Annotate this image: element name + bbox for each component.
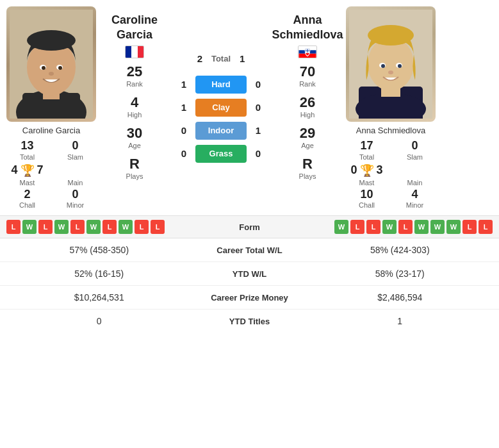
left-flag: [125, 46, 144, 58]
left-center-name: CarolineGarcia: [111, 13, 158, 43]
slovakia-flag: [298, 46, 317, 58]
right-center-name: AnnaSchmiedlova: [272, 13, 343, 43]
left-mast-label-cell: Mast: [6, 179, 48, 187]
svg-point-8: [42, 66, 45, 70]
hard-left-count: 1: [177, 79, 190, 90]
left-age-label: Age: [127, 142, 142, 149]
stats-left-value: $10,264,531: [13, 292, 186, 303]
left-rank-label: Rank: [126, 80, 143, 88]
total-row: 2 Total 1: [176, 53, 266, 64]
clay-badge: Clay: [195, 99, 247, 117]
stats-left-value: 52% (16-15): [13, 269, 186, 279]
left-main-label: Main: [54, 179, 96, 187]
form-badge-left: L: [135, 220, 149, 234]
left-total-cell: 13 Total: [6, 139, 48, 161]
left-chall-cell: 2 Chall: [6, 188, 48, 210]
grass-left-count: 0: [177, 148, 190, 159]
main-container: Caroline Garcia 13 Total 0 Slam 4 🏆 7 Ma: [0, 0, 499, 333]
stats-center-label: YTD W/L: [186, 269, 314, 279]
stats-right-value: 58% (424-303): [314, 245, 487, 255]
stats-table-row: $10,264,531Career Prize Money$2,486,594: [0, 286, 499, 310]
clay-right-count: 0: [252, 102, 265, 113]
right-total-number: 17: [346, 139, 388, 153]
flag-red: [138, 46, 143, 58]
left-slam-label: Slam: [54, 153, 96, 161]
stats-center-label: Career Prize Money: [186, 293, 314, 303]
total-left-count: 2: [193, 53, 206, 64]
form-row: LWLWLWLWLL Form WLLWLWWWLL: [0, 216, 499, 238]
right-chall-cell: 10 Chall: [346, 188, 388, 210]
right-middle-panel: AnnaSchmiedlova 70: [269, 6, 346, 209]
form-badge-right: L: [462, 220, 477, 234]
surface-row-clay: 1 Clay 0: [176, 99, 266, 117]
stats-left-value: 57% (458-350): [13, 245, 186, 255]
right-player-name-label: Anna Schmiedlova: [356, 126, 425, 135]
right-rank-number: 70: [299, 63, 316, 80]
form-badge-right: W: [382, 220, 397, 234]
left-minor-number: 0: [54, 188, 96, 202]
left-player-avatar: [10, 10, 93, 119]
right-plays-letter: R: [299, 156, 316, 172]
left-player-card: Caroline Garcia 13 Total 0 Slam 4 🏆 7 Ma: [6, 6, 96, 209]
form-badge-right: W: [446, 220, 461, 234]
form-badge-right: W: [334, 220, 348, 234]
svg-point-24: [398, 64, 402, 68]
right-age-number: 29: [300, 125, 315, 142]
form-badge-left: L: [70, 220, 85, 234]
grass-right-count: 0: [252, 148, 265, 159]
right-mast-label: Mast: [346, 179, 388, 187]
right-mast-number: 0: [350, 163, 357, 178]
svg-point-5: [27, 30, 76, 51]
left-trophy-icon: 🏆: [20, 163, 35, 178]
stats-table-row: 57% (458-350)Career Total W/L58% (424-30…: [0, 238, 499, 262]
right-age-item: 29 Age: [300, 125, 315, 149]
france-flag: [125, 46, 144, 58]
right-trophy-icon: 🏆: [360, 163, 374, 178]
left-mast-label: Mast: [6, 179, 48, 187]
left-chall-label: Chall: [6, 201, 48, 209]
right-minor-number: 4: [394, 188, 436, 202]
hard-badge: Hard: [195, 76, 247, 94]
form-center-label: Form: [211, 222, 288, 232]
stats-right-value: $2,486,594: [314, 292, 487, 303]
left-form-badges: LWLWLWLWLL: [6, 220, 211, 234]
right-flag: [298, 46, 317, 58]
form-badge-left: L: [6, 220, 20, 234]
right-main-label: Main: [394, 179, 436, 187]
left-chall-number: 2: [6, 188, 48, 202]
stats-rows: 57% (458-350)Career Total W/L58% (424-30…: [0, 238, 499, 333]
surface-row-grass: 0 Grass 0: [176, 145, 266, 163]
stats-table-row: 52% (16-15)YTD W/L58% (23-17): [0, 262, 499, 286]
form-badge-left: L: [102, 220, 117, 234]
form-badge-right: L: [350, 220, 364, 234]
form-badge-left: W: [86, 220, 101, 234]
hard-right-count: 0: [252, 79, 265, 90]
right-minor-cell: 4 Minor: [394, 188, 436, 210]
left-minor-cell: 0 Minor: [54, 188, 96, 210]
indoor-right-count: 1: [252, 125, 265, 136]
bottom-section: LWLWLWLWLL Form WLLWLWWWLL 57% (458-350)…: [0, 215, 499, 333]
right-plays-item: R Plays: [299, 156, 316, 180]
left-total-number: 13: [6, 139, 48, 153]
right-high-label: High: [300, 111, 315, 119]
form-badge-left: L: [151, 220, 165, 234]
indoor-left-count: 0: [177, 125, 190, 136]
right-plays-label: Plays: [299, 172, 316, 180]
left-player-stats: 13 Total 0 Slam 4 🏆 7 Mast Main: [6, 139, 96, 209]
right-rank-item: 70 Rank: [299, 63, 316, 88]
right-slam-label: Slam: [394, 153, 436, 161]
left-total-label: Total: [6, 153, 48, 161]
stats-right-value: 58% (23-17): [314, 269, 487, 279]
left-high-item: 4 High: [127, 94, 142, 119]
form-badge-left: L: [38, 220, 53, 234]
left-slam-cell: 0 Slam: [54, 139, 96, 161]
left-high-number: 4: [127, 94, 142, 111]
left-player-name-label: Caroline Garcia: [22, 126, 80, 135]
form-badge-left: W: [54, 220, 69, 234]
right-rank-label: Rank: [299, 80, 316, 88]
surfaces-panel: 2 Total 1 1 Hard 0 1 Clay 0 0 Indoor 1: [173, 6, 269, 209]
left-mast-number: 4: [11, 163, 17, 178]
stats-table-row: 0YTD Titles1: [0, 310, 499, 333]
svg-point-25: [388, 71, 393, 74]
right-main-number: 3: [377, 163, 383, 178]
